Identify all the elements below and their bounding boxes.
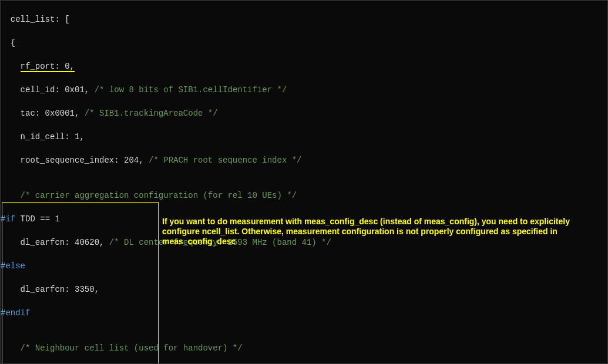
code-text: TDD == 1 bbox=[15, 214, 60, 224]
indent bbox=[1, 343, 21, 353]
preproc-endif: #endif bbox=[1, 307, 607, 319]
code-text: dl_earfcn: 40620, bbox=[1, 238, 109, 247]
code-text: root_sequence_index: 204, bbox=[1, 156, 149, 165]
highlighted-rf-port: rf_port: 0, bbox=[21, 62, 75, 72]
comment: /* PRACH root sequence index */ bbox=[149, 156, 301, 165]
indent bbox=[1, 62, 21, 71]
indent bbox=[1, 191, 21, 200]
code-line: /* carrier aggregation configuration (fo… bbox=[1, 190, 607, 201]
code-text: tac: 0x0001, bbox=[1, 109, 85, 118]
code-line: tac: 0x0001, /* SIB1.trackingAreaCode */ bbox=[1, 107, 607, 119]
code-line: cell_list: [ bbox=[1, 14, 607, 25]
code-line: dl_earfcn: 3350, bbox=[1, 284, 607, 295]
code-line: n_id_cell: 1, bbox=[1, 131, 607, 143]
code-line: cell_id: 0x01, /* low 8 bits of SIB1.cel… bbox=[1, 84, 607, 96]
code-line: rf_port: 0, bbox=[1, 60, 607, 72]
comment: /* carrier aggregation configuration (fo… bbox=[21, 191, 297, 200]
comment: /* Neighbour cell list (used for handove… bbox=[21, 343, 243, 353]
preproc-else: #else bbox=[1, 260, 607, 272]
comment: /* low 8 bits of SIB1.cellIdentifier */ bbox=[95, 85, 287, 95]
code-text: cell_id: 0x01, bbox=[1, 85, 95, 95]
comment: /* SIB1.trackingAreaCode */ bbox=[85, 109, 218, 118]
code-line: root_sequence_index: 204, /* PRACH root … bbox=[1, 154, 607, 166]
preproc-if: #if bbox=[1, 214, 15, 224]
annotation-note: If you want to do measurement with meas_… bbox=[162, 217, 597, 247]
code-line: { bbox=[1, 37, 607, 49]
code-line: /* Neighbour cell list (used for handove… bbox=[1, 342, 607, 354]
code-block: cell_list: [ { rf_port: 0, cell_id: 0x01… bbox=[1, 1, 607, 364]
